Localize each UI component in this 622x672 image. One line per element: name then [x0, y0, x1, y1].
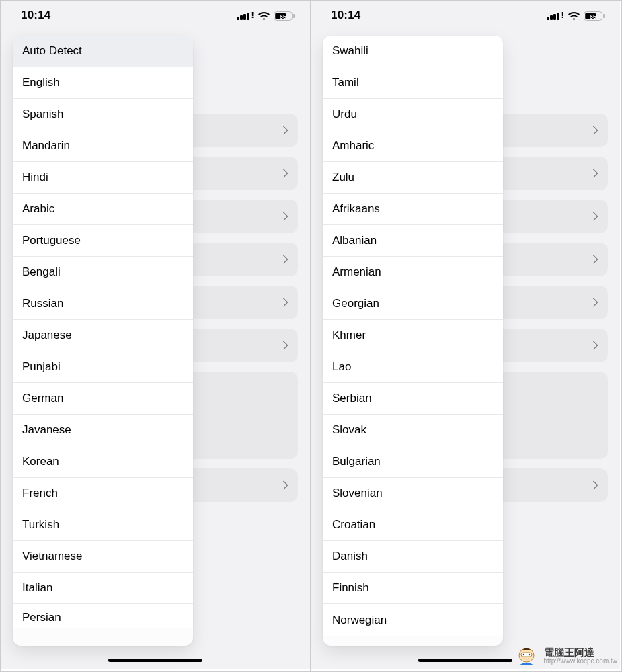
- language-option[interactable]: Slovenian: [323, 478, 503, 509]
- status-bar: 10:14 ! 65: [1, 1, 310, 30]
- language-option[interactable]: Korean: [13, 446, 193, 478]
- language-option[interactable]: Croatian: [323, 509, 503, 541]
- language-dropdown[interactable]: SwahiliTamilUrduAmharicZuluAfrikaansAlba…: [323, 36, 503, 646]
- language-option[interactable]: Afrikaans: [323, 194, 503, 225]
- language-option[interactable]: Hindi: [13, 162, 193, 194]
- language-option[interactable]: Lao: [323, 351, 503, 383]
- language-option[interactable]: Javanese: [13, 415, 193, 446]
- language-option[interactable]: Mandarin: [13, 130, 193, 162]
- svg-rect-9: [521, 653, 532, 657]
- language-label: Albanian: [332, 234, 377, 247]
- language-label: Croatian: [332, 518, 375, 532]
- language-option[interactable]: Auto Detect: [13, 36, 193, 67]
- phone-left: 10:14 ! 65: [1, 1, 310, 669]
- language-option[interactable]: Finnish: [323, 573, 503, 604]
- language-option[interactable]: Danish: [323, 541, 503, 573]
- language-option[interactable]: Albanian: [323, 225, 503, 257]
- chevron-right-icon: [589, 298, 598, 307]
- language-label: Tamil: [332, 76, 359, 89]
- language-label: Norwegian: [332, 614, 387, 627]
- chevron-right-icon: [279, 480, 288, 490]
- language-label: Georgian: [332, 297, 379, 310]
- language-label: Serbian: [332, 392, 372, 405]
- chevron-right-icon: [589, 255, 598, 264]
- language-label: French: [22, 487, 58, 500]
- language-label: Korean: [22, 455, 59, 468]
- svg-text:65: 65: [590, 13, 597, 20]
- language-option[interactable]: Norwegian: [323, 604, 503, 636]
- home-indicator[interactable]: [418, 659, 512, 662]
- language-option[interactable]: Armenian: [323, 257, 503, 288]
- chevron-right-icon: [279, 126, 288, 135]
- status-time: 10:14: [21, 9, 50, 22]
- language-label: Afrikaans: [332, 202, 380, 216]
- language-option[interactable]: Serbian: [323, 383, 503, 415]
- language-label: Urdu: [332, 108, 357, 121]
- language-option[interactable]: Russian: [13, 288, 193, 320]
- language-label: Persian: [22, 611, 61, 624]
- chevron-right-icon: [589, 341, 598, 350]
- language-option[interactable]: Khmer: [323, 320, 503, 351]
- language-option[interactable]: Arabic: [13, 194, 193, 225]
- watermark-title: 電腦王阿達: [544, 647, 617, 658]
- language-label: Swahili: [332, 44, 368, 58]
- svg-text:65: 65: [280, 13, 287, 20]
- wifi-icon: [258, 10, 270, 21]
- chevron-right-icon: [279, 169, 288, 178]
- chevron-right-icon: [589, 212, 598, 221]
- watermark-url: http://www.kocpc.com.tw: [544, 658, 617, 665]
- language-option[interactable]: Japanese: [13, 320, 193, 351]
- language-label: Turkish: [22, 518, 59, 532]
- language-option[interactable]: Bengali: [13, 257, 193, 288]
- language-label: English: [22, 76, 60, 89]
- cellular-icon: !: [547, 11, 564, 20]
- cellular-icon: !: [237, 11, 254, 20]
- language-label: Vietnamese: [22, 550, 82, 563]
- language-option[interactable]: Georgian: [323, 288, 503, 320]
- language-option[interactable]: Spanish: [13, 99, 193, 130]
- language-label: Armenian: [332, 265, 381, 279]
- language-option[interactable]: English: [13, 67, 193, 99]
- language-label: Zulu: [332, 171, 354, 184]
- svg-point-11: [528, 654, 529, 655]
- language-label: Hindi: [22, 171, 48, 184]
- language-dropdown[interactable]: Auto DetectEnglishSpanishMandarinHindiAr…: [13, 36, 193, 646]
- language-label: Italian: [22, 581, 52, 595]
- status-time: 10:14: [331, 9, 360, 22]
- chevron-right-icon: [589, 480, 598, 490]
- source-watermark: 電腦王阿達 http://www.kocpc.com.tw: [513, 644, 617, 667]
- language-option[interactable]: Portuguese: [13, 225, 193, 257]
- mascot-icon: [513, 644, 540, 667]
- language-option[interactable]: Bulgarian: [323, 446, 503, 478]
- language-option[interactable]: Punjabi: [13, 351, 193, 383]
- language-option[interactable]: Turkish: [13, 509, 193, 541]
- language-label: Danish: [332, 550, 368, 563]
- language-option[interactable]: German: [13, 383, 193, 415]
- language-option[interactable]: Vietnamese: [13, 541, 193, 573]
- language-option[interactable]: Amharic: [323, 130, 503, 162]
- svg-point-10: [522, 654, 524, 655]
- battery-icon: 65: [274, 11, 295, 20]
- language-label: Arabic: [22, 202, 54, 216]
- language-label: Russian: [22, 297, 63, 310]
- home-indicator[interactable]: [108, 659, 202, 662]
- language-option[interactable]: Zulu: [323, 162, 503, 194]
- language-label: Lao: [332, 360, 351, 374]
- wifi-icon: [568, 10, 580, 21]
- language-option[interactable]: Urdu: [323, 99, 503, 130]
- language-option[interactable]: Slovak: [323, 415, 503, 446]
- chevron-right-icon: [589, 169, 598, 178]
- language-label: Mandarin: [22, 139, 70, 153]
- language-option[interactable]: Swahili: [323, 36, 503, 67]
- chevron-right-icon: [589, 126, 598, 135]
- language-option[interactable]: Italian: [13, 573, 193, 604]
- language-option[interactable]: Tamil: [323, 67, 503, 99]
- chevron-right-icon: [279, 212, 288, 221]
- language-option[interactable]: Persian: [13, 604, 193, 628]
- language-label: Amharic: [332, 139, 374, 153]
- language-label: Slovak: [332, 423, 366, 437]
- language-label: Japanese: [22, 329, 72, 342]
- language-label: Spanish: [22, 108, 63, 121]
- language-option[interactable]: French: [13, 478, 193, 509]
- language-label: Slovenian: [332, 487, 383, 500]
